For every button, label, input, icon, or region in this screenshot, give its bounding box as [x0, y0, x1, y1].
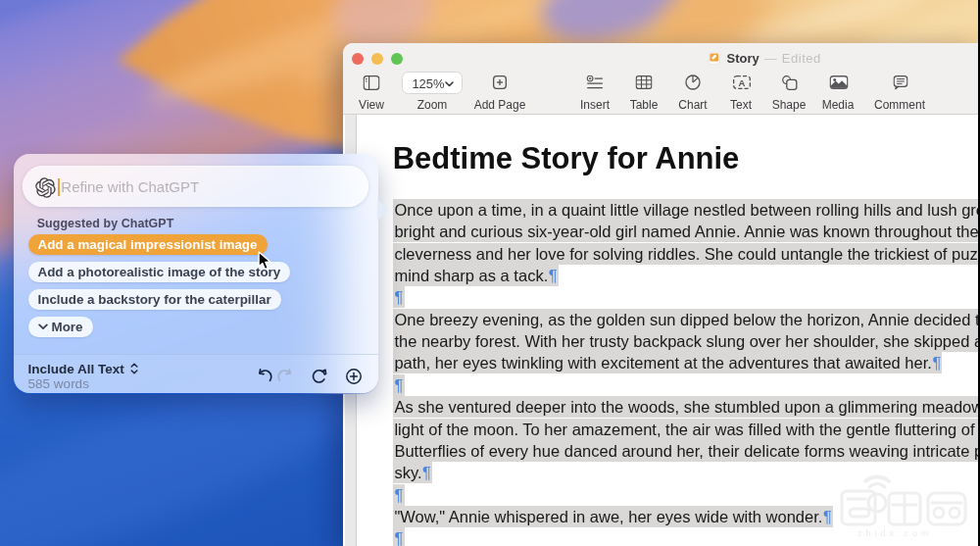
svg-text:A: A: [738, 77, 745, 88]
svg-text:zhidx.com: zhidx.com: [858, 528, 933, 538]
